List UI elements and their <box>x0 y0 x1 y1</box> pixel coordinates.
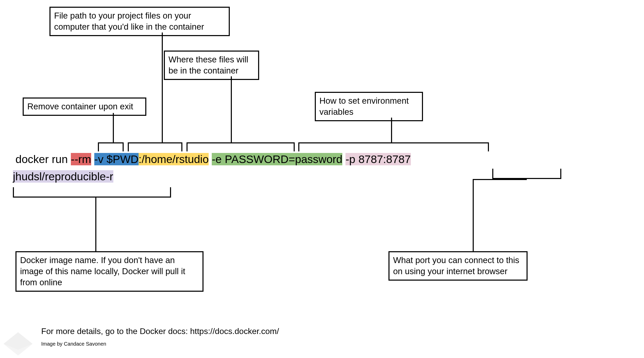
connector-image <box>95 198 96 251</box>
connector-env <box>391 118 392 142</box>
bracket-port <box>492 169 561 179</box>
cmd-space1 <box>91 153 94 165</box>
watermark-icon <box>3 332 33 355</box>
cmd-image: jhudsl/reproducible-r <box>13 170 113 183</box>
cmd-vol-src: -v $PWD <box>94 153 139 165</box>
cmd-port: -p 8787:8787 <box>345 153 411 165</box>
credit-text: Image by Candace Savonen <box>41 341 106 347</box>
connector-filepath <box>162 32 163 142</box>
cmd-vol-sep: : <box>139 153 142 165</box>
label-where: Where these files will be in the contain… <box>164 51 259 80</box>
docker-command-line1: docker run --rm -v $PWD:/home/rstudio -e… <box>15 153 411 166</box>
label-port: What port you can connect to this on usi… <box>388 251 528 281</box>
bracket-image <box>13 187 171 198</box>
cmd-prefix: docker run <box>15 153 71 165</box>
cmd-rm: --rm <box>71 153 91 165</box>
bracket-filepath <box>128 142 182 151</box>
docker-command-line2: jhudsl/reproducible-r <box>13 170 113 183</box>
cmd-env: -e PASSWORD=password <box>212 153 342 165</box>
bracket-remove <box>98 142 124 151</box>
label-env: How to set environment variables <box>315 92 423 121</box>
connector-port <box>473 179 474 251</box>
label-image: Docker image name. If you don't have an … <box>15 251 204 292</box>
cmd-space3 <box>342 153 345 165</box>
label-filepath: File path to your project files on your … <box>49 7 230 36</box>
label-remove: Remove container upon exit <box>23 97 146 116</box>
connector-remove <box>113 113 114 142</box>
cmd-vol-dst: /home/rstudio <box>142 153 209 165</box>
bracket-env <box>298 142 489 151</box>
connector-where <box>231 76 232 142</box>
bracket-where <box>187 142 295 151</box>
cmd-space2 <box>209 153 212 165</box>
connector-port-h <box>473 179 527 180</box>
footer-text: For more details, go to the Docker docs:… <box>41 327 279 336</box>
